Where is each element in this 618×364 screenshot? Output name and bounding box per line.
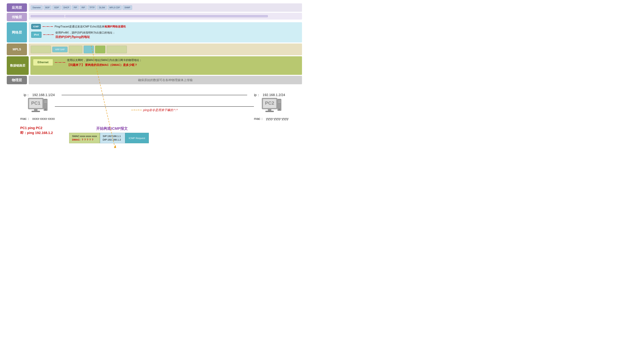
packet-icmp: ICMP Request [125, 133, 149, 143]
transport-layer-content [29, 13, 302, 20]
svg-point-25 [279, 109, 280, 110]
proto-rip: RIP [80, 5, 87, 10]
pc2-box: PC2 mac： yyyy-yyyy-yyyy [254, 97, 288, 121]
ethernet-block: Ethernet [33, 59, 53, 66]
bottom-section: PC1 ping PC2 即：ping 192.168.1.2 开始构造ICMP… [7, 126, 302, 143]
svg-point-10 [45, 109, 46, 110]
pc1-ping-label: PC1 ping PC2 [20, 126, 59, 130]
physical-layer-row: 物理层 确保原始的数据可在各种物理媒体上传输 [7, 76, 302, 84]
physical-text: 确保原始的数据可在各种物理媒体上传输 [138, 78, 193, 82]
pc2-info-top: ip： 192.168.1.2/24 [254, 93, 285, 97]
pc-info-row: ip： 192.168.1.1/24 ip： 192.168.1.2/24 [7, 93, 302, 97]
svg-rect-23 [278, 101, 281, 101]
ping-note-text: ping命令是用来干嘛的 ^.^ [143, 108, 178, 112]
construct-note-row: 开始构造ICMP报文 [96, 126, 149, 131]
ping-dashes [131, 110, 142, 110]
main-container: 应用层 Diameter BGP ISDP DHCP PIP RIP TFTP … [0, 0, 309, 147]
proto-udp [65, 15, 268, 17]
pc2-icon: PC2 [260, 97, 282, 116]
network-diagram: ip： 192.168.1.1/24 ip： 192.168.1.2/24 [7, 93, 302, 143]
proto-dhcp: DHCP [62, 5, 71, 10]
mpls-blocks: ARP SAP [31, 46, 300, 53]
svg-text:PC2: PC2 [265, 100, 274, 106]
proto-snmp: SNMP [123, 5, 132, 10]
pc1-info: ip： 192.168.1.1/24 [24, 93, 55, 97]
application-layer-row: 应用层 Diameter BGP ISDP DHCP PIP RIP TFTP … [7, 3, 302, 12]
transport-layer-label: 传输层 [7, 13, 27, 21]
mpls-block-teal2 [84, 46, 94, 53]
ipv4-annotation: 使用IPv4时，源IP(SIP)未指明时为出接口的地址； 目的IP(DIP)为p… [55, 30, 115, 39]
proto-isdp: ISDP [52, 5, 61, 10]
transport-protocol-list [31, 15, 268, 17]
proto-pip: PIP [72, 5, 79, 10]
mpls-block-2 [69, 46, 82, 53]
mpls-layer-row: MPLS ARP SAP [7, 43, 302, 55]
connection-line-mid [55, 106, 254, 107]
app-layer-label: 应用层 [7, 3, 27, 12]
datalink-layer-label: 数据链路层 [7, 56, 29, 75]
ping-note-row: ping命令是用来干嘛的 ^.^ [131, 108, 178, 112]
physical-layer-label: 物理层 [7, 76, 27, 84]
pc1-ip: ip： 192.168.1.1/24 [24, 93, 55, 97]
svg-rect-8 [44, 101, 47, 101]
pc1-icon: PC1 [27, 97, 48, 116]
pc1-box: PC1 mac [20, 97, 55, 121]
icmp-block: ICMP [31, 24, 41, 29]
icmp-annotation: Ping/Tracert是通过发送ICMP Echo消息来检测IP网络连通性 [55, 25, 126, 29]
svg-rect-24 [278, 102, 281, 103]
packet-fields: SMAC:xxxx-xxxx-xxxx DMAC: ？？？？？ SIP:192.… [69, 133, 149, 143]
datalink-layer-content: Ethernet 使用以太网时，源MAC地址(SMAC)为出接口网卡的物理地址；… [30, 56, 302, 75]
network-layer-label: 网络层 [7, 22, 27, 42]
proto-tcp [31, 15, 64, 17]
mpls-block-green [95, 46, 105, 53]
ethernet-dash [55, 62, 65, 63]
ethernet-annotation: 使用以太网时，源MAC地址(SMAC)为出接口网卡的物理地址； 【问题来了】 要… [67, 58, 142, 67]
svg-rect-6 [31, 111, 40, 112]
pc2-mac: mac： yyyy-yyyy-yyyy [254, 117, 288, 121]
packet-smac: SMAC:xxxx-xxxx-xxxx DMAC: ？？？？？ [69, 133, 100, 143]
pc2-ip: ip： 192.168.1.2/24 [254, 93, 285, 97]
pc-icons-row: PC1 mac [7, 97, 302, 121]
svg-text:PC1: PC1 [31, 100, 40, 106]
app-protocol-list: Diameter BGP ISDP DHCP PIP RIP TFTP DLSW… [31, 5, 132, 10]
pc1-ping-cmd: 即：ping 192.168.1.2 [20, 130, 59, 135]
ipv4-row: IPv4 使用IPv4时，源IP(SIP)未指明时为出接口的地址； 目的IP(D… [31, 30, 300, 39]
mpls-layer-content: ARP SAP [29, 43, 302, 55]
transport-layer-row: 传输层 [7, 13, 302, 21]
svg-rect-5 [34, 109, 38, 111]
packet-ip: SIP:192.168.1.1 DIP:192.168.1.2 [100, 133, 125, 143]
proto-mpls-cdp: MPLS CDP [108, 5, 122, 10]
middle-section: ping命令是用来干嘛的 ^.^ [55, 106, 254, 112]
ipv4-block: IPv4 [31, 32, 41, 38]
proto-tftp: TFTP [88, 5, 96, 10]
ethernet-row: Ethernet 使用以太网时，源MAC地址(SMAC)为出接口网卡的物理地址；… [33, 58, 300, 67]
mpls-arp: ARP SAP [52, 47, 68, 52]
svg-rect-9 [44, 102, 47, 103]
pc1-ping-section: PC1 ping PC2 即：ping 192.168.1.2 [20, 126, 59, 135]
icmp-row: ICMP Ping/Tracert是通过发送ICMP Echo消息来检测IP网络… [31, 24, 300, 29]
construct-note: 开始构造ICMP报文 [96, 126, 128, 131]
connection-line-top [62, 95, 247, 95]
proto-diameter: Diameter [31, 5, 43, 10]
proto-bgp: BGP [43, 5, 52, 10]
packet-section: 开始构造ICMP报文 SMAC:xxxx-xxxx-xxxx DMAC: ？？？… [69, 126, 149, 143]
mpls-block-1 [31, 46, 51, 53]
icmp-dash [42, 26, 53, 27]
mpls-block-3 [107, 46, 127, 53]
mpls-layer-label: MPLS [7, 43, 27, 55]
datalink-layer-row: 数据链路层 Ethernet 使用以太网时，源MAC地址(SMAC)为出接口网卡… [7, 56, 302, 75]
svg-marker-1 [114, 145, 116, 148]
svg-rect-20 [268, 109, 271, 111]
ipv4-dash [43, 34, 54, 35]
network-layer-row: 网络层 ICMP Ping/Tracert是通过发送ICMP Echo消息来检测… [7, 22, 302, 42]
svg-rect-21 [265, 111, 274, 112]
network-layer-content: ICMP Ping/Tracert是通过发送ICMP Echo消息来检测IP网络… [29, 22, 302, 42]
osi-section: 应用层 Diameter BGP ISDP DHCP PIP RIP TFTP … [7, 3, 302, 84]
app-layer-content: Diameter BGP ISDP DHCP PIP RIP TFTP DLSW… [29, 3, 302, 12]
proto-dlsw: DLSW [97, 5, 107, 10]
pc1-mac: mac： xxxx-xxxx-xxxx [20, 117, 55, 121]
physical-layer-content: 确保原始的数据可在各种物理媒体上传输 [29, 76, 302, 84]
